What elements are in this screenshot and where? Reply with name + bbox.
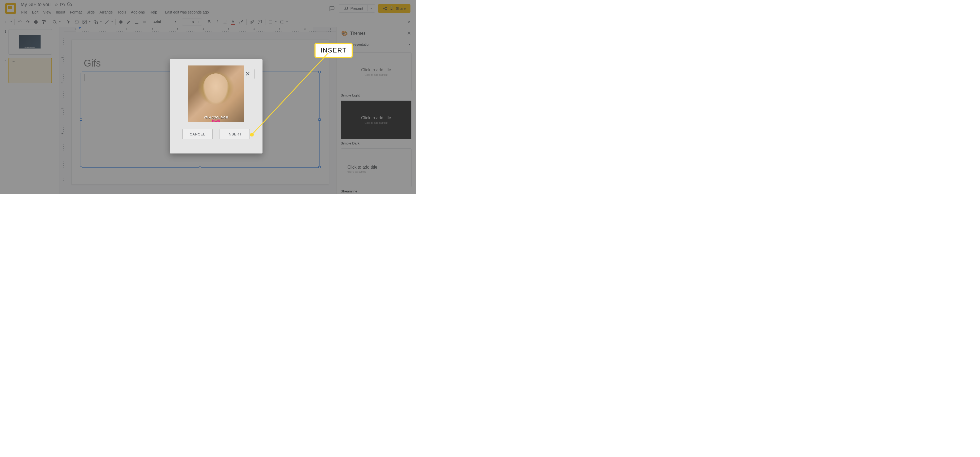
gif-caption: I'M A COOL MOM [204,116,228,119]
insert-button[interactable]: INSERT [220,129,250,139]
cancel-button[interactable]: CANCEL [183,129,213,139]
gif-insert-dialog: ✕ I'M A COOL MOM MEAN CANCEL INSERT [170,59,262,154]
gif-preview-image: I'M A COOL MOM MEAN [188,65,244,122]
gif-caption-2: MEAN [212,119,220,122]
callout-highlight: INSERT [315,43,353,58]
